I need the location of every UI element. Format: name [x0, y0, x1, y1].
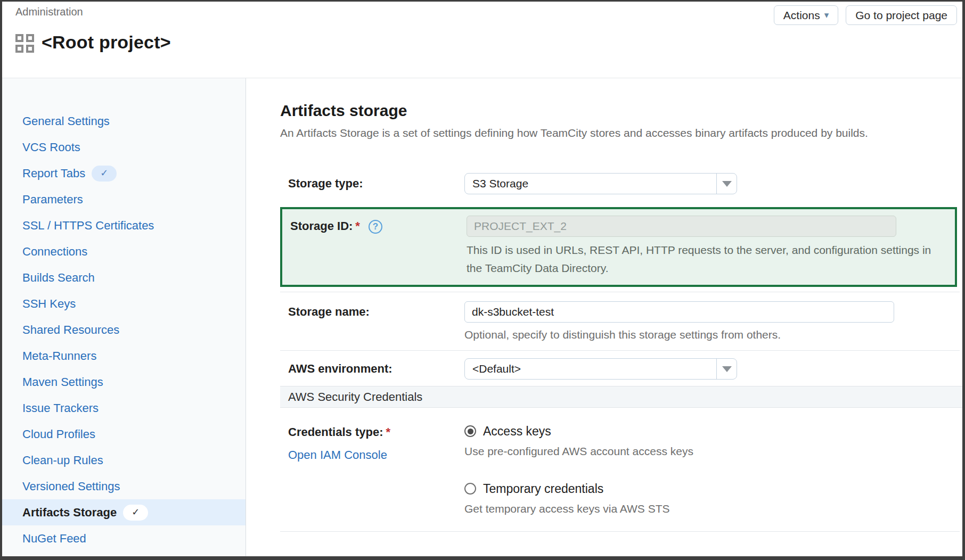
storage-name-row: Storage name: Optional, specify to disti… — [280, 301, 962, 342]
storage-id-highlight-box: Storage ID:* ? This ID is used in URLs, … — [280, 207, 957, 287]
storage-name-field-cell: Optional, specify to distinguish this st… — [464, 301, 962, 342]
dropdown-arrow-icon[interactable] — [716, 359, 737, 379]
credentials-options-cell: Access keys Use pre-configured AWS accou… — [464, 422, 962, 516]
project-title-row: <Root project> — [15, 32, 171, 53]
storage-name-input[interactable] — [464, 301, 894, 323]
aws-environment-label: AWS environment: — [280, 358, 464, 380]
page-description: An Artifacts Storage is a set of setting… — [280, 125, 962, 141]
sidebar-item-versioned-settings[interactable]: Versioned Settings — [2, 473, 246, 499]
aws-environment-row: AWS environment: <Default> — [280, 358, 962, 380]
caret-down-icon: ▾ — [824, 11, 829, 20]
check-badge-icon: ✓ — [92, 166, 117, 182]
breadcrumb-administration[interactable]: Administration — [15, 6, 83, 18]
sidebar-item-ssh-keys[interactable]: SSH Keys — [2, 291, 246, 317]
storage-id-hint: This ID is used in URLs, REST API, HTTP … — [467, 241, 948, 277]
page-header: Administration Actions ▾ Go to project p… — [2, 2, 962, 78]
sidebar-item-artifacts-storage[interactable]: Artifacts Storage ✓ — [2, 499, 246, 525]
required-asterisk: * — [386, 425, 391, 439]
aws-environment-value: <Default> — [465, 359, 716, 379]
storage-name-label: Storage name: — [280, 301, 464, 323]
temporary-credentials-radio-option[interactable]: Temporary credentials — [464, 479, 962, 498]
storage-type-value: S3 Storage — [465, 174, 716, 194]
check-badge-icon: ✓ — [123, 505, 148, 521]
open-iam-console-link[interactable]: Open IAM Console — [280, 448, 464, 462]
sidebar-item-shared-resources[interactable]: Shared Resources — [2, 317, 246, 343]
teamcity-admin-window: Administration Actions ▾ Go to project p… — [0, 0, 965, 560]
sidebar-item-report-tabs[interactable]: Report Tabs ✓ — [2, 160, 246, 186]
access-keys-hint: Use pre-configured AWS account access ke… — [464, 444, 962, 459]
sidebar-item-ssl-https-certificates[interactable]: SSL / HTTPS Certificates — [2, 212, 246, 238]
storage-type-row: Storage type: S3 Storage — [280, 173, 962, 194]
storage-id-field-cell: This ID is used in URLs, REST API, HTTP … — [467, 216, 948, 277]
sidebar-item-clean-up-rules[interactable]: Clean-up Rules — [2, 447, 246, 473]
dropdown-arrow-icon[interactable] — [716, 174, 737, 194]
header-buttons: Actions ▾ Go to project page — [774, 5, 957, 25]
project-title: <Root project> — [42, 32, 171, 53]
temporary-credentials-label: Temporary credentials — [483, 479, 603, 498]
sidebar-item-issue-trackers[interactable]: Issue Trackers — [2, 395, 246, 421]
divider — [280, 531, 960, 532]
artifacts-storage-panel: Artifacts storage An Artifacts Storage i… — [246, 78, 962, 556]
aws-security-credentials-section-header: AWS Security Credentials — [280, 386, 962, 408]
actions-button-label: Actions — [783, 9, 820, 22]
credentials-type-row: Credentials type:* Open IAM Console Acce… — [280, 422, 962, 516]
divider — [280, 292, 960, 292]
credentials-type-label: Credentials type:* — [280, 422, 464, 443]
storage-type-select[interactable]: S3 Storage — [464, 173, 737, 194]
sidebar-item-connections[interactable]: Connections — [2, 238, 246, 265]
aws-environment-select[interactable]: <Default> — [464, 358, 737, 380]
storage-id-label: Storage ID:* ? — [290, 216, 467, 237]
page-title: Artifacts storage — [280, 100, 962, 122]
sidebar-item-nuget-feed[interactable]: NuGet Feed — [2, 525, 246, 551]
settings-sidebar: General Settings VCS Roots Report Tabs ✓… — [2, 78, 246, 556]
divider — [280, 350, 960, 351]
actions-button[interactable]: Actions ▾ — [774, 5, 838, 25]
access-keys-label: Access keys — [483, 422, 551, 441]
project-grid-icon — [15, 34, 34, 53]
sidebar-item-general-settings[interactable]: General Settings — [2, 108, 246, 134]
go-to-project-page-label: Go to project page — [855, 9, 947, 22]
sidebar-item-maven-settings[interactable]: Maven Settings — [2, 369, 246, 395]
sidebar-item-cloud-profiles[interactable]: Cloud Profiles — [2, 421, 246, 447]
storage-type-label: Storage type: — [280, 173, 464, 194]
credentials-label-cell: Credentials type:* Open IAM Console — [280, 422, 464, 462]
radio-selected-icon[interactable] — [464, 425, 476, 437]
sidebar-item-builds-search[interactable]: Builds Search — [2, 265, 246, 291]
help-icon[interactable]: ? — [369, 220, 382, 234]
access-keys-radio-option[interactable]: Access keys — [464, 422, 962, 441]
storage-name-hint: Optional, specify to distinguish this st… — [464, 327, 962, 342]
temporary-credentials-hint: Get temporary access keys via AWS STS — [464, 501, 962, 516]
radio-unselected-icon[interactable] — [464, 483, 476, 495]
sidebar-item-parameters[interactable]: Parameters — [2, 186, 246, 212]
storage-id-row: Storage ID:* ? This ID is used in URLs, … — [290, 216, 948, 277]
required-asterisk: * — [355, 219, 360, 233]
go-to-project-page-button[interactable]: Go to project page — [846, 5, 957, 25]
sidebar-item-meta-runners[interactable]: Meta-Runners — [2, 343, 246, 369]
sidebar-item-vcs-roots[interactable]: VCS Roots — [2, 134, 246, 160]
storage-id-input[interactable] — [467, 216, 896, 237]
